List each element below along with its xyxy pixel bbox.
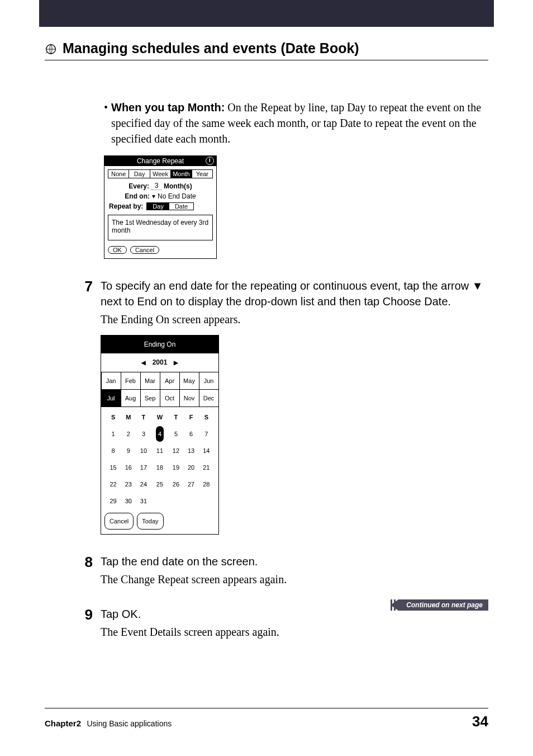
cal-row: 8 9 10 11 12 13 14 xyxy=(106,442,214,459)
cal-day[interactable]: 28 xyxy=(199,476,214,493)
datebook-icon xyxy=(45,42,57,55)
step-after: The Change Repeat screen appears again. xyxy=(101,571,287,587)
cal-day[interactable]: 30 xyxy=(121,493,136,509)
cal-day[interactable]: 20 xyxy=(184,459,199,476)
tab-week[interactable]: Week xyxy=(150,170,171,178)
cal-day[interactable]: 2 xyxy=(121,426,136,442)
cal-day[interactable]: 13 xyxy=(184,442,199,459)
cal-day[interactable]: 9 xyxy=(121,442,136,459)
calendar: S M T W T F S 1 2 3 xyxy=(101,407,218,511)
repeat-type-tabs[interactable]: None Day Week Month Year xyxy=(108,169,213,178)
step-number: 7 xyxy=(78,278,93,535)
repeatby-day[interactable]: Day xyxy=(147,203,169,210)
cancel-button[interactable]: Cancel xyxy=(130,246,159,254)
mon-sep[interactable]: Sep xyxy=(140,389,160,407)
tab-month[interactable]: Month xyxy=(171,170,192,178)
cal-day[interactable]: 3 xyxy=(136,426,151,442)
bullet-lead: When you tap Month: xyxy=(111,101,225,114)
step-text: Tap OK. xyxy=(101,606,279,622)
mon-aug[interactable]: Aug xyxy=(121,389,141,407)
repeatby-date[interactable]: Date xyxy=(169,203,193,210)
tab-day[interactable]: Day xyxy=(129,170,150,178)
chapter-label: Chapter2 xyxy=(45,719,81,728)
cal-day[interactable] xyxy=(184,493,199,509)
dropdown-arrow-icon[interactable]: ▾ xyxy=(152,192,155,200)
cal-day[interactable]: 10 xyxy=(136,442,151,459)
dow: F xyxy=(184,409,199,426)
cal-day[interactable]: 22 xyxy=(106,476,121,493)
dow: T xyxy=(168,409,183,426)
page-footer: Chapter2 Using Basic applications 34 xyxy=(45,708,488,730)
cal-row: 29 30 31 xyxy=(106,493,214,509)
repeat-description: The 1st Wednesday of every 3rd month xyxy=(108,215,213,240)
mon-apr[interactable]: Apr xyxy=(160,372,180,390)
today-button[interactable]: Today xyxy=(137,513,163,530)
cal-day[interactable]: 25 xyxy=(151,476,169,493)
mon-oct[interactable]: Oct xyxy=(160,389,180,407)
step-text: Tap the end date on the screen. xyxy=(101,554,287,569)
cal-day[interactable]: 16 xyxy=(121,459,136,476)
ok-button[interactable]: OK xyxy=(108,246,127,254)
continued-tag: Continued on next page xyxy=(398,599,488,611)
ending-title: Ending On xyxy=(101,336,218,353)
step-number: 8 xyxy=(78,554,93,587)
cal-day[interactable]: 6 xyxy=(184,426,199,442)
dow-row: S M T W T F S xyxy=(106,409,214,426)
mon-jun[interactable]: Jun xyxy=(199,372,219,390)
mon-feb[interactable]: Feb xyxy=(121,372,141,390)
cal-day[interactable] xyxy=(151,493,169,509)
cal-day-selected[interactable]: 4 xyxy=(151,426,169,442)
mon-may[interactable]: May xyxy=(179,372,199,390)
cal-day[interactable]: 31 xyxy=(136,493,151,509)
tab-year[interactable]: Year xyxy=(192,170,212,178)
mon-jan[interactable]: Jan xyxy=(101,372,121,390)
ending-on-dialog: Ending On ◀ 2001 ▶ Jan Feb Mar Apr May J… xyxy=(101,335,219,535)
every-value[interactable]: 3 xyxy=(151,182,161,190)
bullet-text: When you tap Month: On the Repeat by lin… xyxy=(111,100,488,147)
bullet-dot: • xyxy=(104,100,108,147)
page-number: 34 xyxy=(472,713,488,730)
cal-day[interactable]: 5 xyxy=(168,426,183,442)
step-after: The Ending On screen appears. xyxy=(101,311,488,327)
year-value: 2001 xyxy=(153,358,168,366)
dow: M xyxy=(121,409,136,426)
info-icon[interactable]: i xyxy=(206,157,214,165)
mon-jul[interactable]: Jul xyxy=(101,389,121,407)
cal-day[interactable]: 27 xyxy=(184,476,199,493)
cal-day[interactable]: 23 xyxy=(121,476,136,493)
cal-day[interactable] xyxy=(199,493,214,509)
cal-day[interactable]: 11 xyxy=(151,442,169,459)
repeatby-label: Repeat by: xyxy=(109,202,143,210)
endon-label: End on: xyxy=(125,192,150,200)
cal-day[interactable]: 18 xyxy=(151,459,169,476)
header-band xyxy=(39,0,494,27)
cal-day[interactable]: 17 xyxy=(136,459,151,476)
every-unit: Month(s) xyxy=(164,182,192,190)
year-prev-icon[interactable]: ◀ xyxy=(137,360,150,366)
cal-day[interactable]: 26 xyxy=(168,476,183,493)
cal-day[interactable]: 29 xyxy=(106,493,121,509)
mon-mar[interactable]: Mar xyxy=(140,372,160,390)
cal-day[interactable] xyxy=(168,493,183,509)
cal-day[interactable]: 24 xyxy=(136,476,151,493)
mon-nov[interactable]: Nov xyxy=(179,389,199,407)
section-title: Managing schedules and events (Date Book… xyxy=(63,40,359,56)
cal-day[interactable]: 14 xyxy=(199,442,214,459)
step-text: To specify an end date for the repeating… xyxy=(101,278,488,309)
cal-day[interactable]: 7 xyxy=(199,426,214,442)
endon-value[interactable]: No End Date xyxy=(158,192,196,200)
cal-day[interactable]: 15 xyxy=(106,459,121,476)
cal-day[interactable]: 21 xyxy=(199,459,214,476)
mon-dec[interactable]: Dec xyxy=(199,389,219,407)
cancel-button[interactable]: Cancel xyxy=(104,513,134,530)
tab-none[interactable]: None xyxy=(108,170,129,178)
change-repeat-dialog: Change Repeat i None Day Week Month Year… xyxy=(104,155,217,259)
cal-day[interactable]: 1 xyxy=(106,426,121,442)
year-next-icon[interactable]: ▶ xyxy=(169,360,183,366)
month-grid[interactable]: Jan Feb Mar Apr May Jun Jul Aug Sep Oct … xyxy=(101,372,218,407)
cal-day[interactable]: 8 xyxy=(106,442,121,459)
cal-day[interactable]: 19 xyxy=(168,459,183,476)
cal-day[interactable]: 12 xyxy=(168,442,183,459)
repeatby-options[interactable]: Day Date xyxy=(146,202,194,210)
dow: W xyxy=(151,409,169,426)
